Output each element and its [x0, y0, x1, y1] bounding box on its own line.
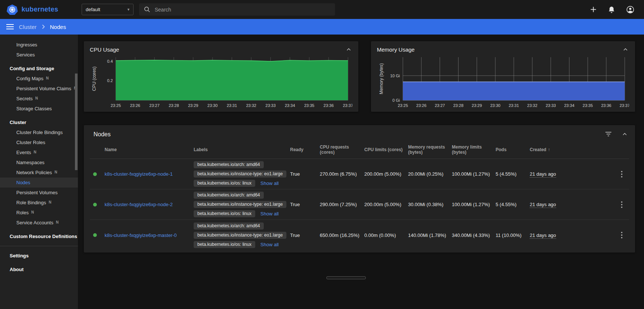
column-header-created[interactable]: Created↑	[530, 147, 614, 152]
sidebar-item-role-bindings[interactable]: Role BindingsN	[0, 198, 78, 208]
sidebar-item-cluster-role-bindings[interactable]: Cluster Role Bindings	[0, 127, 78, 137]
cpu-limits-cell: 200.00m (5.00%)	[364, 202, 408, 207]
partial-element	[326, 276, 366, 279]
sidebar-item-persistent-volume-claims[interactable]: Persistent Volume ClaimsN	[0, 84, 78, 94]
memory-collapse-button[interactable]	[623, 48, 628, 51]
sidebar-item-network-policies[interactable]: Network PoliciesN	[0, 167, 78, 178]
svg-text:0.4: 0.4	[107, 59, 113, 64]
label-chip-row: beta.kubernetes.io/arch: amd64	[194, 222, 264, 230]
namespaced-badge: N	[49, 200, 51, 204]
show-all-link[interactable]: Show all	[260, 211, 279, 217]
labels-cell: beta.kubernetes.io/arch: amd64beta.kuber…	[194, 192, 290, 217]
namespace-value: default	[86, 7, 100, 12]
chevron-up-icon	[622, 133, 627, 136]
body-row: IngressesServicesConfig and StorageConfi…	[0, 35, 644, 309]
column-header-name[interactable]: Name	[105, 147, 194, 152]
label-chip: beta.kubernetes.io/arch: amd64	[194, 222, 264, 230]
table-row: k8s-cluster-fxqgiyize6xp-node-2beta.kube…	[90, 189, 629, 220]
sidebar-item-label: Namespaces	[16, 160, 45, 165]
created-value: 21 days ago	[530, 171, 556, 178]
search-box	[139, 3, 335, 16]
top-actions	[590, 6, 644, 14]
chevron-down-icon: ▾	[127, 7, 129, 12]
column-header-memory-requests-bytes[interactable]: Memory requests (bytes)	[408, 144, 452, 155]
svg-text:23:32: 23:32	[246, 103, 256, 108]
sidebar-item-label: Persistent Volumes	[16, 190, 58, 195]
row-actions-button[interactable]	[621, 171, 622, 178]
memory-requests-cell: 20.00Mi (0.25%)	[408, 171, 452, 177]
sidebar-item-about[interactable]: About	[0, 264, 78, 274]
notifications-button[interactable]	[608, 6, 615, 13]
column-header-cpu-requests-cores[interactable]: CPU requests (cores)	[320, 144, 364, 155]
sidebar-item-service-accounts[interactable]: Service AccountsN	[0, 218, 78, 228]
plus-icon	[590, 6, 597, 13]
column-header-labels[interactable]: Labels	[194, 147, 290, 152]
status-cell	[90, 233, 105, 237]
brand[interactable]: kubernetes	[0, 4, 78, 15]
menu-button[interactable]	[6, 24, 14, 29]
main-content: CPU Usage 23:2523:2623:2723:2823:2923:30…	[78, 35, 644, 309]
bell-icon	[608, 6, 615, 13]
status-cell	[90, 172, 105, 176]
label-chip: beta.kubernetes.io/arch: amd64	[194, 192, 264, 199]
sidebar-item-events[interactable]: EventsN	[0, 147, 78, 157]
cpu-collapse-button[interactable]	[346, 48, 351, 51]
sidebar-item-namespaces[interactable]: Namespaces	[0, 157, 78, 167]
label-chip: beta.kubernetes.io/os: linux	[194, 180, 255, 187]
search-input[interactable]	[155, 7, 330, 13]
svg-text:23:36: 23:36	[323, 103, 334, 108]
filter-button[interactable]	[605, 132, 611, 136]
cpu-limits-cell: 200.00m (5.00%)	[364, 171, 408, 177]
account-button[interactable]	[626, 6, 634, 14]
node-name-link[interactable]: k8s-cluster-fxqgiyize6xp-node-1	[105, 171, 173, 177]
sidebar-item-label: Nodes	[16, 180, 30, 185]
app-window: kubernetes default ▾	[0, 0, 644, 309]
row-actions-button[interactable]	[621, 232, 622, 238]
create-button[interactable]	[590, 6, 597, 13]
memory-chart: 23:2523:2623:2723:2823:2923:3023:3123:32…	[377, 54, 629, 110]
row-actions-button[interactable]	[621, 201, 622, 208]
sidebar-item-roles[interactable]: RolesN	[0, 208, 78, 218]
sidebar-item-persistent-volumes[interactable]: Persistent Volumes	[0, 188, 78, 198]
column-header-cpu-limits-cores[interactable]: CPU limits (cores)	[364, 147, 408, 152]
show-all-link[interactable]: Show all	[260, 180, 279, 186]
sidebar-item-services[interactable]: Services	[0, 50, 78, 60]
sidebar-item-nodes[interactable]: Nodes	[0, 178, 78, 188]
sidebar-item-label: Roles	[16, 210, 29, 215]
column-header-memory-limits-bytes[interactable]: Memory limits (bytes)	[452, 144, 496, 155]
status-cell	[90, 203, 105, 206]
pods-cell: 5 (4.55%)	[496, 171, 530, 177]
svg-text:23:33: 23:33	[266, 103, 276, 108]
sidebar: IngressesServicesConfig and StorageConfi…	[0, 35, 78, 309]
svg-text:CPU (cores): CPU (cores)	[92, 66, 97, 91]
sidebar-item-secrets[interactable]: SecretsN	[0, 94, 78, 104]
pods-cell: 5 (4.55%)	[496, 202, 530, 207]
node-name-link[interactable]: k8s-cluster-fxqgiyize6xp-master-0	[105, 232, 177, 238]
sidebar-item-cluster-roles[interactable]: Cluster Roles	[0, 137, 78, 147]
show-all-link[interactable]: Show all	[260, 242, 279, 247]
sidebar-scrollbar[interactable]	[75, 74, 78, 170]
sidebar-item-storage-classes[interactable]: Storage Classes	[0, 104, 78, 114]
label-chip-row: beta.kubernetes.io/arch: amd64	[194, 161, 264, 168]
kubernetes-logo-icon	[7, 4, 18, 15]
nodes-collapse-button[interactable]	[622, 133, 627, 136]
svg-text:23:27: 23:27	[150, 103, 160, 108]
nodes-table-header: NameLabelsReadyCPU requests (cores)CPU l…	[90, 143, 629, 159]
chevron-right-icon	[42, 25, 45, 29]
sidebar-item-config-maps[interactable]: Config MapsN	[0, 74, 78, 84]
svg-text:23:26: 23:26	[130, 103, 140, 108]
sidebar-item-custom-resource-definitions[interactable]: Custom Resource Definitions	[0, 231, 78, 241]
svg-text:23:36: 23:36	[601, 103, 611, 108]
node-name-link[interactable]: k8s-cluster-fxqgiyize6xp-node-2	[105, 202, 173, 207]
svg-text:10 Gi: 10 Gi	[390, 74, 400, 78]
sidebar-item-ingresses[interactable]: Ingresses	[0, 40, 78, 50]
nodes-card-actions	[605, 132, 627, 136]
ready-cell: True	[290, 232, 320, 238]
namespace-select[interactable]: default ▾	[82, 4, 134, 15]
column-header-pods[interactable]: Pods	[496, 147, 530, 152]
cpu-limits-cell: 0.00m (0.00%)	[364, 232, 408, 238]
hamburger-menu-icon	[6, 24, 14, 29]
sidebar-item-settings[interactable]: Settings	[0, 251, 78, 261]
breadcrumb-cluster-link[interactable]: Cluster	[19, 24, 37, 30]
column-header-ready[interactable]: Ready	[290, 147, 320, 152]
